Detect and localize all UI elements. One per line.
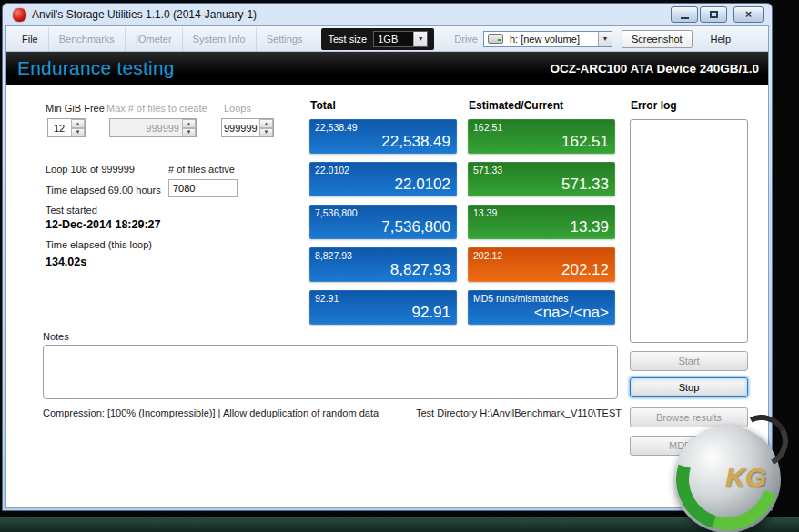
menu-benchmarks[interactable]: Benchmarks [49, 27, 126, 51]
titlebar[interactable]: Anvil's Storage Utilities 1.1.0 (2014-Ja… [5, 4, 769, 25]
spinner-up-icon: ▲ [182, 119, 196, 128]
test-started-label: Test started [46, 205, 97, 216]
test-size-panel: Test size 1GB ▼ [321, 28, 434, 50]
app-icon [13, 8, 26, 22]
menu-iometer[interactable]: IOmeter [126, 27, 183, 51]
metric-tile: 162.51 162.51 [468, 119, 615, 154]
spinner-down-icon[interactable]: ▼ [259, 128, 273, 137]
chevron-down-icon[interactable]: ▼ [598, 32, 612, 46]
total-header: Total [310, 99, 457, 112]
menu-system-info[interactable]: System Info [183, 27, 257, 51]
metric-tile: 571.33 571.33 [468, 162, 615, 196]
min-gib-free-spinner[interactable]: 12 ▲▼ [47, 118, 86, 137]
estimated-header: Estimated/Current [469, 99, 615, 112]
header-band: Endurance testing OCZ-ARC100 ATA Device … [6, 52, 768, 85]
menu-help[interactable]: Help [703, 27, 739, 51]
close-button[interactable]: × [733, 6, 764, 23]
error-log-header: Error log [631, 99, 748, 112]
menu-file[interactable]: File [12, 27, 49, 51]
metric-tile: 92.91 92.91 [309, 290, 457, 325]
menubar: File Benchmarks IOmeter System Info Sett… [6, 26, 768, 52]
start-button[interactable]: Start [630, 351, 748, 371]
test-started-value: 12-Dec-2014 18:29:27 [46, 218, 160, 231]
kitguru-watermark: KG [673, 426, 781, 532]
files-active-label: # of files active [168, 164, 235, 175]
chevron-down-icon[interactable]: ▼ [413, 32, 427, 46]
window-body: File Benchmarks IOmeter System Info Sett… [5, 25, 769, 508]
metric-tile: 13.39 13.39 [468, 205, 615, 239]
window-title: Anvil's Storage Utilities 1.1.0 (2014-Ja… [32, 8, 671, 21]
maximize-icon [710, 11, 718, 18]
estimated-column: Estimated/Current 162.51 162.51 571.33 5… [468, 99, 615, 333]
loop-progress: Loop 108 of 999999 [46, 164, 135, 175]
notes-textarea[interactable] [43, 345, 618, 399]
endurance-panel: Min GiB Free Max # of files to create Lo… [6, 85, 768, 507]
minimize-button[interactable] [671, 6, 698, 23]
test-directory: Test Directory H:\AnvilBenchmark_V110\TE… [416, 407, 618, 418]
spinner-down-icon[interactable]: ▼ [71, 128, 85, 137]
loops-value: 999999 [222, 119, 259, 136]
error-log-column: Error log [630, 99, 748, 343]
compression-info: Compression: [100% (Incompressible)] | A… [43, 407, 379, 418]
max-files-spinner: 999999 ▲▼ [109, 118, 197, 137]
spinner-up-icon[interactable]: ▲ [259, 119, 273, 128]
stop-button[interactable]: Stop [630, 377, 748, 397]
screenshot-button[interactable]: Screenshot [622, 30, 693, 48]
device-name: OCZ-ARC100 ATA Device 240GB/1.0 [550, 62, 759, 75]
spinner-up-icon[interactable]: ▲ [71, 119, 85, 128]
error-log-box [630, 119, 748, 343]
min-gib-free-value: 12 [48, 119, 71, 136]
drive-select[interactable]: h: [new volume] ▼ [483, 31, 612, 47]
loop-time-value: 134.02s [46, 256, 86, 268]
window-controls: × [671, 6, 764, 23]
metric-tile: 8,827.93 8,827.93 [309, 247, 457, 282]
notes-label: Notes [43, 331, 69, 342]
test-size-label: Test size [328, 34, 367, 45]
test-size-select[interactable]: 1GB ▼ [373, 31, 428, 47]
files-active-input[interactable] [168, 179, 238, 197]
browse-results-button[interactable]: Browse results [630, 407, 748, 427]
loops-label: Loops [224, 103, 251, 114]
loops-spinner[interactable]: 999999 ▲▼ [221, 118, 274, 137]
min-gib-free-label: Min GiB Free [46, 103, 105, 114]
page-title: Endurance testing [17, 57, 175, 79]
md5-tile: MD5 runs/mismatches <na>/<na> [468, 290, 615, 325]
metric-tile: 22.0102 22.0102 [309, 162, 457, 196]
drive-label: Drive [454, 34, 478, 45]
max-files-label: Max # of files to create [106, 103, 207, 114]
kitguru-kg-text: KG [725, 462, 766, 493]
app-window: Anvil's Storage Utilities 1.1.0 (2014-Ja… [2, 3, 773, 511]
test-size-value: 1GB [374, 34, 413, 45]
page-bottom-bar [0, 517, 799, 532]
time-elapsed: Time elapsed 69.00 hours [46, 185, 161, 196]
max-files-value: 999999 [110, 119, 182, 136]
metric-tile: 7,536,800 7,536,800 [309, 205, 457, 239]
spinner-down-icon: ▼ [182, 128, 196, 137]
minimize-icon [681, 17, 689, 19]
total-column: Total 22,538.49 22,538.49 22.0102 22.010… [309, 99, 457, 333]
menu-settings[interactable]: Settings [257, 27, 313, 51]
metric-tile: 22,538.49 22,538.49 [309, 119, 457, 154]
maximize-button[interactable] [700, 6, 727, 23]
loop-time-label: Time elapsed (this loop) [46, 239, 152, 250]
drive-icon [488, 34, 503, 44]
drive-value: h: [new volume] [506, 34, 598, 45]
metric-tile: 202.12 202.12 [468, 247, 615, 282]
